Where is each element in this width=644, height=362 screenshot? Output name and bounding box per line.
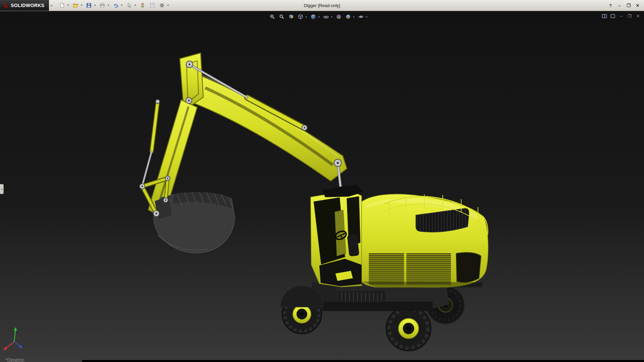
file-properties-icon bbox=[150, 3, 155, 8]
undo-dropdown[interactable]: ▾ bbox=[120, 1, 123, 10]
print-button[interactable] bbox=[98, 1, 106, 10]
print-dropdown[interactable]: ▾ bbox=[106, 1, 110, 10]
zoom-to-area-button[interactable] bbox=[278, 13, 286, 21]
view-orientation-cube-icon bbox=[298, 14, 303, 19]
open-icon bbox=[73, 3, 78, 8]
display-style-icon bbox=[311, 14, 316, 19]
new-document-button[interactable] bbox=[58, 1, 66, 10]
split-pane-vertical-icon bbox=[610, 13, 615, 19]
window-controls: ? – ❐ ✕ bbox=[607, 2, 644, 9]
select-button[interactable] bbox=[125, 1, 133, 10]
view-orientation-dropdown[interactable]: ▾ bbox=[305, 13, 308, 21]
panel-collapse-tab[interactable]: ◂ bbox=[0, 184, 4, 194]
headsup-group-view-settings: ▾ bbox=[357, 13, 368, 21]
edit-appearance-button[interactable] bbox=[335, 13, 343, 21]
headsup-group-zoom-area bbox=[278, 13, 286, 21]
hide-show-items-dropdown[interactable]: ▾ bbox=[330, 13, 333, 21]
wheel-front-right[interactable] bbox=[386, 306, 431, 351]
side-grille-left[interactable] bbox=[369, 253, 404, 284]
print-icon bbox=[100, 3, 105, 8]
solidworks-window: SOLIDWORKS ▸ ▾ ▾ bbox=[0, 0, 644, 362]
new-document-icon bbox=[59, 3, 65, 8]
minimize-button[interactable]: – bbox=[616, 2, 623, 9]
brand-name: SOLIDWORKS bbox=[11, 3, 44, 8]
save-icon bbox=[86, 3, 92, 8]
close-document-button[interactable]: ✕ bbox=[635, 13, 641, 19]
collapse-arrow-icon: ◂ bbox=[1, 188, 2, 191]
main-toolbar: ▾ ▾ ▾ bbox=[58, 1, 171, 10]
headsup-group-zoom-fit bbox=[268, 13, 276, 21]
view-settings-eye-icon bbox=[358, 14, 364, 19]
rebuild-traffic-light-icon bbox=[140, 3, 145, 8]
apply-scene-button[interactable] bbox=[344, 13, 352, 21]
view-orientation-label: *Dimetric bbox=[5, 357, 24, 362]
select-dropdown[interactable]: ▾ bbox=[133, 1, 137, 10]
edit-appearance-sphere-icon bbox=[336, 14, 341, 19]
toolbar-group-print: ▾ bbox=[98, 1, 110, 10]
toolbar-group-open: ▾ bbox=[71, 1, 83, 10]
section-view-button[interactable] bbox=[287, 13, 295, 21]
restore-button[interactable]: ❐ bbox=[625, 2, 632, 9]
open-dropdown[interactable]: ▾ bbox=[79, 1, 83, 10]
section-view-icon bbox=[288, 14, 294, 19]
bottom-strip bbox=[82, 360, 644, 362]
undo-button[interactable] bbox=[112, 1, 120, 10]
close-button[interactable]: ✕ bbox=[634, 2, 641, 9]
zoom-to-area-icon bbox=[279, 14, 284, 19]
headsup-toolbar: ▾ ▾ bbox=[268, 13, 370, 21]
headsup-group-hide-show: ▾ bbox=[322, 13, 333, 21]
model-scene[interactable] bbox=[0, 11, 644, 362]
minimize-document-button[interactable]: – bbox=[618, 13, 625, 19]
hide-show-glasses-icon bbox=[323, 14, 329, 19]
options-dropdown[interactable]: ▾ bbox=[166, 1, 170, 10]
toolbar-group-new: ▾ bbox=[58, 1, 70, 10]
select-cursor-icon bbox=[126, 3, 132, 8]
titlebar: SOLIDWORKS ▸ ▾ ▾ bbox=[0, 0, 644, 11]
view-orientation-button[interactable] bbox=[297, 13, 305, 21]
toolbar-group-select: ▾ bbox=[125, 1, 137, 10]
options-gear-icon bbox=[159, 3, 165, 8]
help-button[interactable]: ? bbox=[607, 2, 614, 9]
toolbar-group-undo: ▾ bbox=[112, 1, 123, 10]
open-button[interactable] bbox=[71, 1, 79, 10]
headsup-group-appearance bbox=[335, 13, 343, 21]
headsup-group-orientation: ▾ bbox=[297, 13, 308, 21]
headsup-group-scene: ▾ bbox=[344, 13, 356, 21]
excavator-body[interactable] bbox=[362, 194, 488, 287]
solidworks-logo: SOLIDWORKS bbox=[0, 0, 49, 11]
split-pane-vertical-button[interactable] bbox=[609, 13, 616, 19]
save-dropdown[interactable]: ▾ bbox=[93, 1, 97, 10]
toolbar-group-save: ▾ bbox=[85, 1, 97, 10]
apply-scene-sphere-icon bbox=[345, 14, 351, 19]
view-settings-button[interactable] bbox=[357, 13, 365, 21]
solidworks-logo-icon bbox=[3, 2, 9, 8]
menu-flyout-arrow[interactable]: ▸ bbox=[49, 2, 54, 9]
display-style-button[interactable] bbox=[309, 13, 317, 21]
zoom-to-fit-button[interactable] bbox=[268, 13, 276, 21]
side-grille-right[interactable] bbox=[407, 253, 451, 284]
document-title: Digger [Read-only] bbox=[304, 3, 340, 8]
display-style-dropdown[interactable]: ▾ bbox=[317, 13, 321, 21]
save-button[interactable] bbox=[85, 1, 93, 10]
toolbar-group-rebuild bbox=[139, 1, 147, 10]
split-pane-horizontal-button[interactable] bbox=[601, 13, 608, 19]
headsup-group-section bbox=[287, 13, 295, 21]
undo-icon bbox=[113, 3, 118, 8]
toolbar-group-file-properties bbox=[148, 1, 156, 10]
options-button[interactable] bbox=[158, 1, 166, 10]
document-window-controls: – ❐ ✕ bbox=[601, 13, 641, 19]
toolbar-group-options: ▾ bbox=[158, 1, 170, 10]
excavator-cab[interactable] bbox=[311, 184, 364, 287]
zoom-to-fit-icon bbox=[270, 14, 275, 19]
new-document-dropdown[interactable]: ▾ bbox=[66, 1, 70, 10]
graphics-viewport[interactable]: ▾ ▾ bbox=[0, 11, 644, 362]
headsup-group-display-style: ▾ bbox=[309, 13, 321, 21]
hide-show-items-button[interactable] bbox=[322, 13, 330, 21]
rebuild-button[interactable] bbox=[139, 1, 147, 10]
apply-scene-dropdown[interactable]: ▾ bbox=[352, 13, 356, 21]
restore-document-button[interactable]: ❐ bbox=[626, 13, 633, 19]
file-properties-button[interactable] bbox=[148, 1, 156, 10]
rear-side-window[interactable] bbox=[456, 252, 481, 282]
view-settings-dropdown[interactable]: ▾ bbox=[365, 13, 368, 21]
split-pane-horizontal-icon bbox=[602, 13, 607, 19]
